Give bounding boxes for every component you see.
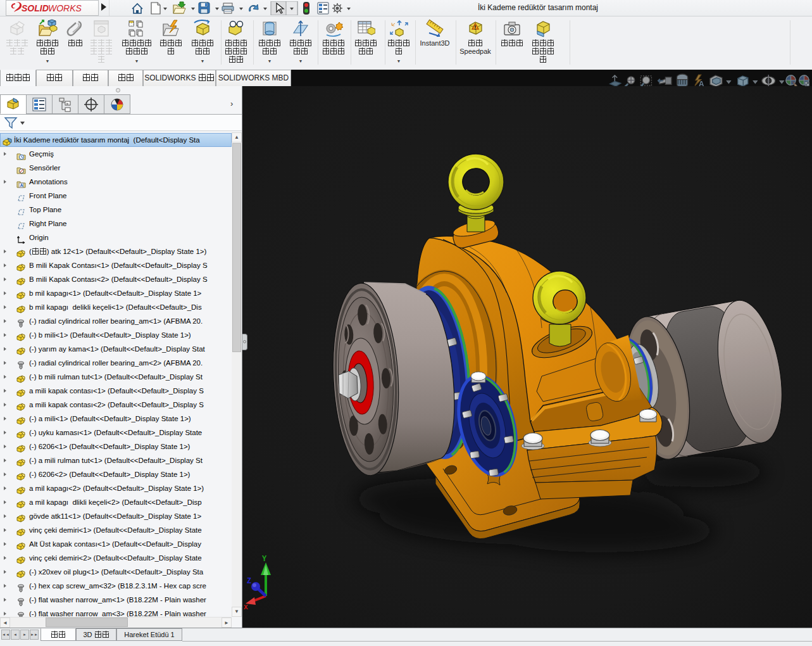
svg-text:SOLID: SOLID <box>22 3 49 13</box>
svg-text:Y: Y <box>262 555 267 564</box>
svg-text:X: X <box>244 604 248 611</box>
svg-text:Z: Z <box>247 577 251 586</box>
svg-text:WORKS: WORKS <box>48 3 82 13</box>
svg-text:A: A <box>20 183 23 187</box>
